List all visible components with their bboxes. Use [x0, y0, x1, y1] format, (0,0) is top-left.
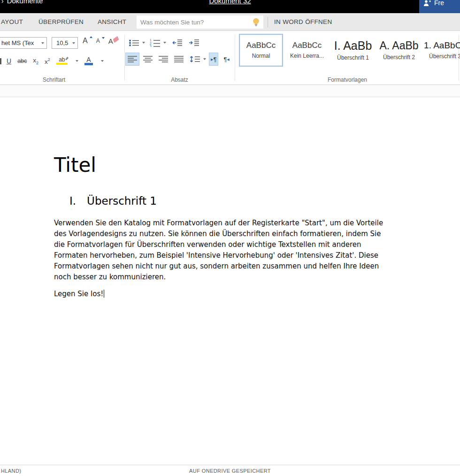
italic-button-clipped[interactable] — [0, 58, 1, 64]
style-preview: A. AaBb — [379, 40, 418, 52]
title-bar: ›Dokumente Dokument 32 Fre — [0, 0, 460, 13]
paragraph-group-label: Absatz — [124, 77, 235, 83]
decrease-indent-icon — [172, 39, 183, 46]
align-center-icon — [143, 55, 153, 63]
closing-text: Legen Sie los! — [54, 290, 103, 298]
line-spacing-button[interactable] — [188, 53, 203, 66]
eraser-icon — [113, 36, 119, 42]
pilcrow-icon: ¶ — [213, 56, 216, 62]
font-group-label: Schriftart — [0, 77, 108, 83]
body-line: die Formatvorlagen für Überschriften ver… — [54, 239, 406, 250]
styles-group-label: Formatvorlagen — [235, 77, 460, 83]
increase-indent-button[interactable] — [187, 36, 202, 49]
font-color-glyph: A — [86, 57, 91, 62]
align-center-button[interactable] — [141, 53, 155, 66]
style-preview: AaBbCc — [292, 41, 322, 50]
shrink-font-glyph: A — [96, 38, 100, 44]
body-line: des Vorlagendesigns zu nutzen. Sie könne… — [54, 229, 406, 239]
numbered-list-button[interactable]: 1 2 3 — [148, 36, 162, 49]
align-left-button[interactable] — [125, 53, 139, 66]
body-line: Formaten hervorheben, zum Beispiel 'Inte… — [54, 250, 406, 261]
body-line: Formatvorlagen sehen nicht nur gut aus, … — [54, 261, 406, 272]
body-line: noch besser zu kommunizieren. — [54, 272, 406, 283]
triangle-left-icon: ◀ — [227, 56, 229, 62]
style-name: Kein Leerra... — [290, 53, 324, 59]
superscript-x: x — [45, 58, 48, 65]
style-no-spacing[interactable]: AaBbCc Kein Leerra... — [285, 34, 329, 67]
doc-heading-1[interactable]: I. Überschrift 1 — [54, 194, 406, 208]
chevron-down-icon — [41, 42, 44, 44]
subscript-2: 2 — [36, 61, 38, 65]
font-color-button[interactable]: A — [84, 57, 93, 65]
highlight-glyph: ab — [59, 57, 65, 62]
justify-button[interactable] — [172, 53, 186, 66]
style-preview: I. AaBb — [334, 39, 372, 53]
bullet-list-button[interactable] — [127, 36, 141, 49]
tab-view[interactable]: ANSICHT — [98, 18, 126, 25]
tab-review[interactable]: ÜBERPRÜFEN — [38, 18, 84, 25]
open-in-word-button[interactable]: IN WORD ÖFFNEN — [274, 18, 332, 25]
grow-font-button[interactable]: A — [83, 37, 91, 45]
pilcrow-icon: ¶ — [223, 56, 227, 62]
pen-icon — [65, 56, 69, 60]
highlight-color-bar — [56, 63, 68, 65]
style-name: Überschrift 1 — [337, 54, 369, 61]
text-cursor — [104, 290, 104, 298]
decrease-indent-button[interactable] — [170, 36, 185, 49]
document-title-link[interactable]: Dokument 32 — [0, 0, 460, 5]
doc-closing-paragraph[interactable]: Legen Sie los! — [54, 289, 406, 299]
share-button[interactable]: Fre — [419, 0, 460, 13]
style-heading-1[interactable]: I. AaBb Überschrift 1 — [331, 34, 375, 67]
font-group: het MS (Tex 10,5 A A A — [0, 31, 124, 84]
heading-numeral: I. — [69, 194, 76, 208]
document-canvas[interactable]: Titel I. Überschrift 1 Verwenden Sie den… — [0, 97, 460, 465]
superscript-button[interactable]: x2 — [45, 57, 50, 65]
text-highlight-button[interactable]: ab — [56, 57, 68, 65]
chevron-down-icon[interactable] — [76, 60, 78, 62]
ltr-paragraph-button[interactable]: ▶¶ — [209, 53, 218, 66]
bullet-list-icon — [129, 39, 139, 47]
doc-body-paragraph[interactable]: Verwenden Sie den Katalog mit Formatvorl… — [54, 218, 406, 283]
styles-group: AaBbCc Normal AaBbCc Kein Leerra... I. A… — [235, 31, 460, 84]
superscript-2: 2 — [48, 57, 50, 62]
chevron-down-icon[interactable] — [101, 60, 104, 62]
svg-text:3: 3 — [150, 45, 152, 47]
tab-layout[interactable]: AYOUT — [1, 18, 23, 25]
style-name: Normal — [252, 53, 270, 59]
font-size-value: 10,5 — [56, 39, 68, 46]
justify-icon — [174, 55, 184, 63]
strikethrough-button[interactable]: abc — [17, 58, 27, 64]
chevron-down-icon[interactable] — [163, 42, 166, 44]
style-name: Überschrift 2 — [383, 54, 415, 61]
save-status: AUF ONEDRIVE GESPEICHERT — [0, 468, 460, 474]
word-online-window: ›Dokumente Dokument 32 Fre AYOUT ÜBERPRÜ… — [0, 0, 460, 476]
clear-formatting-glyph: A — [108, 37, 113, 45]
clear-formatting-button[interactable]: A — [108, 37, 113, 45]
style-heading-2[interactable]: A. AaBb Überschrift 2 — [377, 34, 421, 67]
rtl-paragraph-button[interactable]: ¶◀ — [222, 53, 231, 66]
align-right-button[interactable] — [156, 53, 170, 66]
ribbon-bottom-strip — [0, 85, 460, 97]
doc-title-paragraph[interactable]: Titel — [54, 154, 406, 177]
chevron-down-icon[interactable] — [142, 42, 145, 44]
underline-button[interactable]: U — [7, 57, 11, 65]
style-preview: 1. AaBbCc — [424, 41, 460, 51]
chevron-down-icon[interactable] — [203, 58, 206, 60]
chevron-down-icon — [72, 42, 75, 44]
tell-me-search[interactable] — [137, 15, 263, 29]
numbered-list-icon: 1 2 3 — [150, 38, 161, 47]
status-bar: HLAND) AUF ONEDRIVE GESPEICHERT — [0, 465, 460, 476]
document-content[interactable]: Titel I. Überschrift 1 Verwenden Sie den… — [54, 97, 406, 299]
style-normal[interactable]: AaBbCc Normal — [239, 34, 283, 67]
shrink-font-button[interactable]: A — [96, 38, 103, 44]
tell-me-search-input[interactable] — [137, 15, 252, 29]
style-heading-3[interactable]: 1. AaBbCc Überschrift 3 — [423, 34, 460, 67]
share-person-plus-icon — [423, 0, 431, 7]
subscript-button[interactable]: x2 — [33, 57, 38, 65]
arrow-down-icon — [102, 37, 105, 39]
font-name-combobox[interactable]: het MS (Tex — [0, 37, 47, 49]
share-button-label: Fre — [434, 0, 444, 7]
font-size-combobox[interactable]: 10,5 — [52, 37, 78, 49]
tabrow-divider — [268, 17, 268, 27]
line-spacing-icon — [190, 55, 201, 63]
